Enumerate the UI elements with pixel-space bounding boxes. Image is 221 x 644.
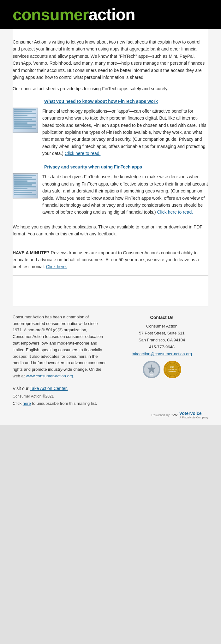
footer-website-link[interactable]: www.consumer-action.org [26,374,73,378]
footer-badges: 2020 2020 TOP-RATED NONPROFIT [115,361,208,378]
have-minute-bold: HAVE A MINUTE? [13,250,50,255]
unsubscribe-link[interactable]: here [23,401,31,406]
votervoice-wave-icon [171,412,178,418]
factsheet2-section: Privacy and security when using FinTech … [13,164,208,216]
footer-org-name: Consumer Action [146,324,177,328]
intro-paragraph1: Consumer Action is writing to let you kn… [13,38,208,81]
logo-action-text: action [89,5,135,24]
header: consumeraction [0,0,221,29]
intro-paragraph2: Our concise fact sheets provide tips for… [13,85,208,92]
unsubscribe-text: Click here to unsubscribe from this mail… [13,401,208,406]
take-action: Visit our Take Action Center. [13,386,208,391]
factsheet2-title-link[interactable]: Privacy and security when using FinTech … [44,164,208,169]
votervoice-brand: votervoice [179,411,201,416]
footer-left-text: Consumer Action has been a champion of u… [13,315,106,378]
factsheet1-title-link[interactable]: What you need to know about how FinTech … [44,99,208,104]
main-content: Consumer Action is writing to let you kn… [13,29,208,306]
copyright-text: Consumer Action ©2021 [13,394,208,399]
factsheet2-read-link[interactable]: Click here to read. [157,210,193,215]
svg-text:TOP-RATED: TOP-RATED [168,369,176,370]
footer-columns: Consumer Action has been a champion of u… [13,314,208,380]
factsheet1-section: What you need to know about how FinTech … [13,99,208,157]
factsheet1-read-link[interactable]: Click here to read. [65,151,101,156]
powered-by-label: Powered by [151,413,170,417]
svg-text:2020: 2020 [170,366,174,368]
factsheet1-body: Financial technology applications—or "ap… [13,108,208,157]
svg-text:2020: 2020 [149,374,153,376]
hope-text: We hope you enjoy these free publication… [13,223,208,238]
factsheet1-image [13,108,38,133]
badge-star: 2020 [143,361,160,378]
take-action-link[interactable]: Take Action Center. [30,386,68,391]
svg-text:NONPROFIT: NONPROFIT [168,371,176,373]
footer-right: Contact Us Consumer Action 57 Post Stree… [115,314,208,380]
powered-by: Powered by votervoice A FiscalNote Compa… [13,411,208,419]
footer-phone: 415-777-9648 [149,345,175,349]
divider1 [13,244,208,244]
factsheet2-text: This fact sheet gives FinTech users the … [42,173,208,216]
have-minute-link[interactable]: Click here. [46,264,67,269]
footer-left: Consumer Action has been a champion of u… [13,314,106,380]
factsheet1-text: Financial technology applications—or "ap… [42,108,208,157]
footer: Consumer Action has been a champion of u… [13,306,208,425]
divider2 [13,275,208,276]
factsheet2-image [13,173,38,198]
have-minute-section: HAVE A MINUTE? Reviews from users are im… [13,249,208,270]
factsheet2-body: This fact sheet gives FinTech users the … [13,173,208,216]
contact-us-title: Contact Us [115,314,208,322]
logo-consumer-text: consumer [13,5,89,24]
footer-address2: San Francisco, CA 94104 [139,338,185,342]
badge-gold: 2020 TOP-RATED NONPROFIT [164,361,181,378]
email-wrapper: consumeraction Consumer Action is writin… [0,0,221,425]
footer-email-link[interactable]: takeaction@consumer-action.org [132,352,192,356]
votervoice-sub: A FiscalNote Company [179,416,208,419]
spacer [13,281,208,300]
footer-address1: 57 Post Street, Suite 611 [139,331,185,335]
logo: consumeraction [13,5,135,24]
